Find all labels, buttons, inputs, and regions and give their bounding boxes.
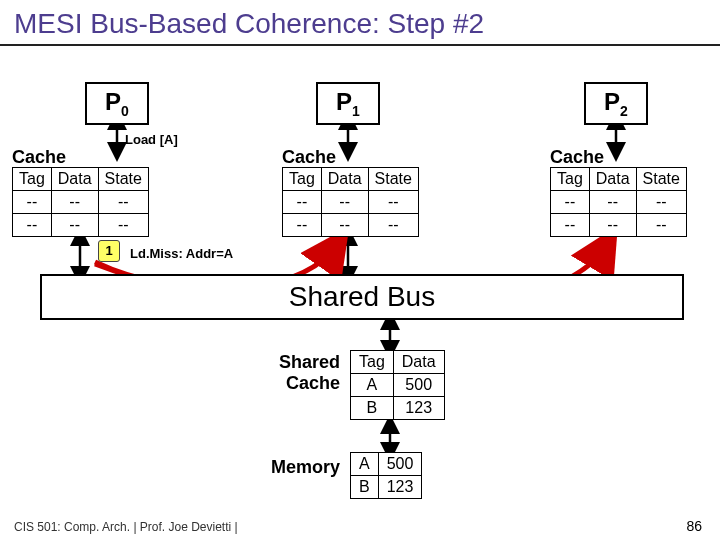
sc-hdr-data: Data [393, 351, 444, 374]
cache1-r1-state: -- [368, 214, 418, 237]
step-badge: 1 [98, 240, 120, 262]
cache1-hdr-data: Data [321, 168, 368, 191]
footer-text: CIS 501: Comp. Arch. | Prof. Joe Deviett… [14, 520, 238, 534]
memory-label: Memory [250, 457, 340, 478]
cache0-r0-data: -- [51, 191, 98, 214]
p1-sub: 1 [352, 103, 360, 119]
cache2-hdr-state: State [636, 168, 686, 191]
memory-table: A 500 B 123 [350, 452, 422, 499]
cache1-hdr-tag: Tag [283, 168, 322, 191]
cache0-r1-state: -- [98, 214, 148, 237]
cache-table-1: Tag Data State -- -- -- -- -- -- [282, 167, 419, 237]
cache2-r0-tag: -- [551, 191, 590, 214]
ldmiss-label: Ld.Miss: Addr=A [130, 246, 233, 261]
cache0-r1-data: -- [51, 214, 98, 237]
cache1-r0-tag: -- [283, 191, 322, 214]
cache2-r0-data: -- [589, 191, 636, 214]
mem-r1-data: 123 [378, 476, 422, 499]
processor-p0: P0 [85, 82, 149, 125]
page-number: 86 [686, 518, 702, 534]
cache2-hdr-data: Data [589, 168, 636, 191]
cache0-hdr-data: Data [51, 168, 98, 191]
shared-cache-label-l2: Cache [286, 373, 340, 393]
sc-r1-tag: B [351, 397, 394, 420]
cache-label-0: Cache [12, 147, 66, 168]
cache1-r0-data: -- [321, 191, 368, 214]
cache0-hdr-tag: Tag [13, 168, 52, 191]
cache2-r1-state: -- [636, 214, 686, 237]
sc-r0-tag: A [351, 374, 394, 397]
cache-table-0: Tag Data State -- -- -- -- -- -- [12, 167, 149, 237]
sc-r1-data: 123 [393, 397, 444, 420]
load-label: Load [A] [125, 132, 178, 147]
cache0-hdr-state: State [98, 168, 148, 191]
cache2-r1-tag: -- [551, 214, 590, 237]
sc-hdr-tag: Tag [351, 351, 394, 374]
sc-r0-data: 500 [393, 374, 444, 397]
slide-title: MESI Bus-Based Coherence: Step #2 [0, 0, 720, 46]
cache2-r1-data: -- [589, 214, 636, 237]
cache-table-2: Tag Data State -- -- -- -- -- -- [550, 167, 687, 237]
cache-label-2: Cache [550, 147, 604, 168]
mem-r1-tag: B [351, 476, 379, 499]
cache-label-1: Cache [282, 147, 336, 168]
p2-label: P [604, 88, 620, 115]
cache0-r0-tag: -- [13, 191, 52, 214]
cache1-hdr-state: State [368, 168, 418, 191]
shared-cache-table: Tag Data A 500 B 123 [350, 350, 445, 420]
shared-cache-label: Shared Cache [250, 352, 340, 394]
p0-label: P [105, 88, 121, 115]
p0-sub: 0 [121, 103, 129, 119]
cache0-r0-state: -- [98, 191, 148, 214]
diagram-stage: P0 P1 P2 Load [A] Cache Cache Cache Tag … [0, 52, 720, 512]
cache1-r1-data: -- [321, 214, 368, 237]
p2-sub: 2 [620, 103, 628, 119]
cache0-r1-tag: -- [13, 214, 52, 237]
cache1-r0-state: -- [368, 191, 418, 214]
cache2-hdr-tag: Tag [551, 168, 590, 191]
mem-r0-data: 500 [378, 453, 422, 476]
mem-r0-tag: A [351, 453, 379, 476]
shared-cache-label-l1: Shared [279, 352, 340, 372]
shared-bus: Shared Bus [40, 274, 684, 320]
p1-label: P [336, 88, 352, 115]
processor-p1: P1 [316, 82, 380, 125]
processor-p2: P2 [584, 82, 648, 125]
cache2-r0-state: -- [636, 191, 686, 214]
cache1-r1-tag: -- [283, 214, 322, 237]
